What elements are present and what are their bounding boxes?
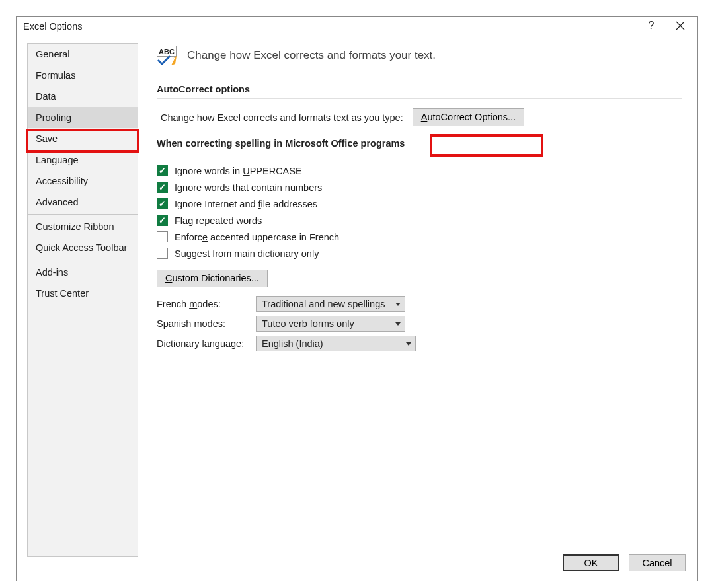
svg-text:ABC: ABC: [159, 48, 175, 55]
spelling-checkboxes: Ignore words in UPPERCASEIgnore words th…: [157, 163, 682, 262]
checkbox-row: Ignore words that contain numbers: [157, 179, 682, 196]
sidebar-item-trust-center[interactable]: Trust Center: [28, 283, 138, 304]
checkbox-label[interactable]: Ignore words in UPPERCASE: [175, 166, 302, 176]
combo-value: Traditional and new spellings: [262, 299, 385, 309]
sidebar-item-customize-ribbon[interactable]: Customize Ribbon: [28, 216, 138, 237]
close-button[interactable]: [667, 17, 694, 35]
close-icon: [676, 21, 685, 30]
sidebar-item-save[interactable]: Save: [28, 128, 138, 149]
options-sidebar: GeneralFormulasDataProofingSaveLanguageA…: [27, 43, 138, 557]
combo-value: English (India): [262, 338, 323, 349]
excel-options-dialog: Excel Options ? GeneralFormulasDataProof…: [16, 16, 698, 581]
spelling-form-rows: French modes:Traditional and new spellin…: [157, 294, 682, 353]
cancel-button[interactable]: Cancel: [629, 554, 686, 571]
titlebar: Excel Options ?: [17, 17, 697, 35]
sidebar-item-accessibility[interactable]: Accessibility: [28, 170, 138, 192]
checkbox[interactable]: [157, 248, 168, 259]
form-row: Dictionary language:English (India): [157, 334, 682, 353]
checkbox-label[interactable]: Ignore words that contain numbers: [175, 182, 322, 193]
sidebar-item-proofing[interactable]: Proofing: [28, 107, 138, 128]
chevron-down-icon: [406, 342, 411, 346]
checkbox-row: Enforce accented uppercase in French: [157, 229, 682, 245]
section-heading-autocorrect: AutoCorrect options: [157, 84, 682, 94]
combo-value: Tuteo verb forms only: [262, 318, 354, 329]
form-label: French modes:: [157, 299, 256, 309]
divider: [157, 153, 682, 153]
page-title: Change how Excel corrects and formats yo…: [187, 49, 436, 62]
checkbox-row: Suggest from main dictionary only: [157, 245, 682, 262]
form-row: French modes:Traditional and new spellin…: [157, 294, 682, 314]
page-header: ABC Change how Excel corrects and format…: [157, 46, 682, 65]
checkbox-label[interactable]: Enforce accented uppercase in French: [175, 232, 339, 242]
sidebar-item-advanced[interactable]: Advanced: [28, 192, 138, 213]
divider: [157, 98, 682, 99]
form-label: Dictionary language:: [157, 338, 256, 349]
sidebar-item-add-ins[interactable]: Add-ins: [28, 262, 138, 283]
checkbox-row: Ignore Internet and file addresses: [157, 196, 682, 212]
autocorrect-label: Change how Excel corrects and formats te…: [161, 112, 403, 123]
combo-box[interactable]: English (India): [256, 336, 416, 351]
checkbox-row: Ignore words in UPPERCASE: [157, 163, 682, 179]
checkbox-label[interactable]: Ignore Internet and file addresses: [175, 199, 317, 209]
sidebar-item-language[interactable]: Language: [28, 149, 138, 170]
checkbox[interactable]: [157, 215, 168, 226]
sidebar-item-formulas[interactable]: Formulas: [28, 65, 138, 86]
autocorrect-options-button[interactable]: AutoCorrect Options...: [413, 108, 524, 126]
sidebar-item-general[interactable]: General: [28, 44, 138, 65]
checkbox[interactable]: [157, 182, 168, 193]
section-heading-spelling: When correcting spelling in Microsoft Of…: [157, 138, 682, 149]
dialog-footer: OK Cancel: [563, 554, 686, 571]
checkbox[interactable]: [157, 198, 168, 209]
help-button[interactable]: ?: [641, 17, 662, 35]
checkbox[interactable]: [157, 231, 168, 242]
form-label: Spanish modes:: [157, 318, 256, 329]
proofing-icon: ABC: [157, 46, 178, 65]
sidebar-separator: [28, 260, 138, 260]
sidebar-item-data[interactable]: Data: [28, 86, 138, 107]
ok-button[interactable]: OK: [563, 554, 619, 571]
checkbox-label[interactable]: Suggest from main dictionary only: [175, 248, 319, 259]
autocorrect-row: Change how Excel corrects and formats te…: [161, 108, 682, 126]
sidebar-item-quick-access-toolbar[interactable]: Quick Access Toolbar: [28, 237, 138, 258]
checkbox-row: Flag repeated words: [157, 212, 682, 229]
form-row: Spanish modes:Tuteo verb forms only: [157, 314, 682, 334]
checkbox-label[interactable]: Flag repeated words: [175, 215, 262, 226]
dialog-title: Excel Options: [23, 21, 82, 32]
checkbox[interactable]: [157, 165, 168, 176]
custom-dictionaries-button[interactable]: Custom Dictionaries...: [157, 270, 268, 287]
combo-box[interactable]: Tuteo verb forms only: [256, 316, 405, 332]
chevron-down-icon: [395, 322, 401, 326]
chevron-down-icon: [395, 303, 401, 306]
sidebar-separator: [28, 214, 138, 215]
combo-box[interactable]: Traditional and new spellings: [256, 296, 405, 312]
content-pane: ABC Change how Excel corrects and format…: [138, 35, 697, 557]
